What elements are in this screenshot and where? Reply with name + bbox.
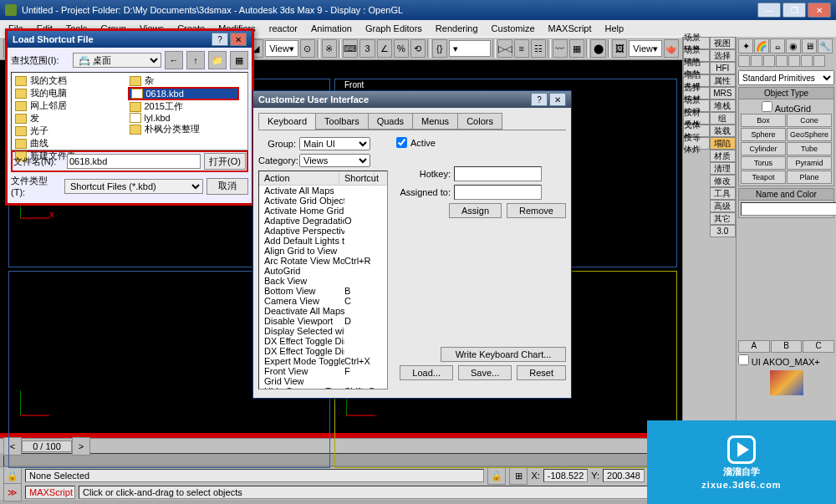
y-field[interactable]: 200.348	[603, 469, 645, 482]
rendertype-select[interactable]: View ▾	[629, 40, 662, 57]
rollout-objtype[interactable]: Object Type	[739, 88, 833, 99]
manipulate-icon[interactable]: ※	[322, 39, 337, 58]
close-button[interactable]: ✕	[808, 3, 831, 18]
cam-icon[interactable]	[776, 55, 788, 67]
schematic-icon[interactable]: ▦	[569, 39, 584, 58]
helper-icon[interactable]	[788, 55, 800, 67]
torus-button[interactable]: Torus	[741, 156, 786, 170]
action-item[interactable]: Expert Mode ToggleCtrl+X	[259, 356, 387, 366]
tab-quads[interactable]: Quads	[368, 113, 413, 130]
action-item[interactable]: Display Selected with E...	[259, 326, 387, 336]
action-item[interactable]: Front ViewF	[259, 366, 387, 376]
menu-reactor[interactable]: reactor	[264, 22, 303, 35]
maxscript-expand-icon[interactable]: ≫	[3, 483, 22, 501]
group-select[interactable]: Main UI	[299, 137, 370, 150]
menu-customize[interactable]: Customize	[487, 22, 540, 35]
action-item[interactable]: Grid View	[259, 376, 387, 386]
reset-button[interactable]: Reset	[517, 365, 566, 380]
menu-maxscript[interactable]: MAXScript	[543, 22, 597, 35]
load-button[interactable]: Load...	[400, 365, 453, 380]
display-tab-icon[interactable]: 🖥	[802, 38, 817, 53]
active-checkbox[interactable]	[396, 137, 407, 148]
spinnersnap-icon[interactable]: ⟲	[410, 39, 426, 58]
plane-button[interactable]: Plane	[787, 171, 832, 184]
mirror-icon[interactable]: ▷◁	[497, 39, 512, 58]
lookin-select[interactable]: 📇 桌面	[73, 53, 161, 68]
cancel-button[interactable]: 取消	[206, 178, 248, 195]
action-item[interactable]: Add Default Lights to S...	[259, 236, 387, 246]
back-icon[interactable]: ←	[165, 51, 183, 69]
percentsnap-icon[interactable]: %	[394, 39, 409, 58]
quickrender-icon[interactable]: 🫖	[664, 39, 679, 58]
cone-button[interactable]: Cone	[787, 114, 832, 127]
shape-icon[interactable]	[751, 55, 762, 67]
dialog-help-button[interactable]: ?	[212, 33, 228, 46]
action-item[interactable]: Disable ViewportD	[259, 316, 387, 326]
cui-help-button[interactable]: ?	[531, 93, 548, 106]
snap-icon[interactable]: 3	[359, 39, 375, 58]
primitive-dropdown[interactable]: Standard Primitives	[738, 70, 834, 85]
box-button[interactable]: Box	[741, 114, 786, 127]
light-icon[interactable]	[763, 55, 775, 67]
hierarchy-tab-icon[interactable]: ⏛	[770, 38, 785, 53]
minimize-button[interactable]: —	[757, 3, 781, 18]
dialog-close-button[interactable]: ✕	[230, 33, 247, 46]
layers-icon[interactable]: ☷	[531, 39, 546, 58]
assign-button[interactable]: Assign	[449, 203, 502, 218]
cui-close-button[interactable]: ✕	[549, 93, 566, 106]
sphere-button[interactable]: Sphere	[741, 128, 786, 141]
cylinder-button[interactable]: Cylinder	[741, 142, 786, 155]
object-name-input[interactable]	[741, 202, 836, 216]
save-button[interactable]: Save...	[458, 365, 512, 380]
utility-tab-icon[interactable]: 🔧	[818, 38, 833, 53]
maximize-button[interactable]: ❐	[782, 3, 806, 18]
curveeditor-icon[interactable]: 〰	[553, 39, 568, 58]
action-item[interactable]: Activate Grid Object	[259, 196, 387, 206]
create-tab-icon[interactable]: ✦	[738, 38, 753, 53]
viewmenu-icon[interactable]: ▦	[230, 51, 248, 69]
menu-rendering[interactable]: Rendering	[431, 22, 483, 35]
nameselset-icon[interactable]: {}	[432, 39, 447, 58]
lock-icon[interactable]: 🔒	[3, 466, 22, 485]
action-item[interactable]: AutoGrid	[259, 266, 387, 276]
geosphere-button[interactable]: GeoSphere	[787, 128, 832, 141]
sys-icon[interactable]	[813, 55, 825, 67]
action-item[interactable]: Bottom ViewB	[259, 286, 387, 296]
abc-a[interactable]: A	[738, 340, 770, 353]
action-item[interactable]: Hide Cameras ToggleShift+C	[259, 386, 387, 389]
action-item[interactable]: Activate All Maps	[259, 186, 387, 196]
file-list[interactable]: 我的文档 我的电脑 网上邻居 发 光子 曲线 新建文件夹 杂 0618.kbd …	[11, 72, 248, 150]
geom-icon[interactable]	[738, 55, 750, 67]
selset-select[interactable]: ▾	[449, 40, 491, 57]
menu-animation[interactable]: Animation	[306, 22, 357, 35]
teapot-button[interactable]: Teapot	[741, 171, 786, 184]
abc-c[interactable]: C	[803, 340, 834, 353]
tab-keyboard[interactable]: Keyboard	[258, 113, 316, 130]
tab-menus[interactable]: Menus	[412, 113, 458, 130]
rollout-namecolor[interactable]: Name and Color	[739, 189, 833, 201]
pyramid-button[interactable]: Pyramid	[787, 156, 832, 170]
center-icon[interactable]: ⊙	[300, 39, 315, 58]
filename-input[interactable]	[67, 154, 201, 169]
action-item[interactable]: Activate Home Grid	[259, 206, 387, 216]
filetype-select[interactable]: Shortcut Files (*.kbd)	[64, 179, 203, 194]
action-item[interactable]: DX Effect Toggle Display	[259, 336, 387, 346]
space-icon[interactable]	[801, 55, 813, 67]
anglesnap-icon[interactable]: ∠	[377, 39, 392, 58]
category-select[interactable]: Views	[299, 154, 370, 167]
side-btn[interactable]: 视图	[710, 37, 737, 49]
action-item[interactable]: Deactivate All Maps	[259, 306, 387, 316]
absolute-icon[interactable]: ⊞	[509, 466, 528, 485]
material-icon[interactable]: ⬤	[590, 39, 605, 58]
tube-button[interactable]: Tube	[787, 142, 832, 155]
hotkey-input[interactable]	[454, 166, 542, 181]
menu-grapheditors[interactable]: Graph Editors	[360, 22, 427, 35]
refcoord-select[interactable]: View ▾	[265, 40, 298, 57]
action-item[interactable]: Camera ViewC	[259, 296, 387, 306]
tab-colors[interactable]: Colors	[457, 113, 502, 130]
render-icon[interactable]: 🖼	[612, 39, 627, 58]
action-item[interactable]: Arc Rotate View ModeCtrl+R	[259, 256, 387, 266]
action-list[interactable]: ActionShortcut Activate All MapsActivate…	[258, 171, 388, 389]
keymode-icon[interactable]: ⌨	[343, 39, 358, 58]
action-item[interactable]: DX Effect Toggle Displa...	[259, 346, 387, 356]
